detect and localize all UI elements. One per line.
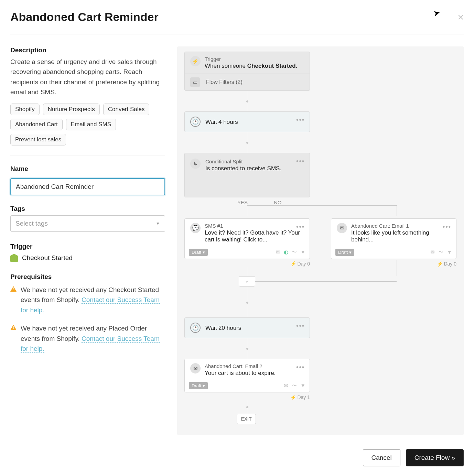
tag-pill: Nurture Prospects	[43, 104, 100, 115]
shopify-icon	[10, 254, 18, 262]
tag-pill: Shopify	[10, 104, 40, 115]
prerequisite-item: We have not yet received any Checkout St…	[10, 285, 165, 315]
modal-header: Abandoned Cart Reminder ×	[10, 7, 464, 34]
wait-node[interactable]: 🕑 Wait 4 hours •••	[184, 111, 310, 132]
more-icon[interactable]: •••	[296, 158, 305, 165]
no-label: NO	[274, 199, 282, 205]
merge-node[interactable]: ⤶	[239, 276, 255, 286]
tags-placeholder: Select tags	[15, 220, 48, 227]
prerequisite-item: We have not yet received any Placed Orde…	[10, 323, 165, 354]
wait-text: Wait 20 hours	[205, 325, 241, 332]
envelope-icon: ✉	[337, 223, 347, 233]
analytics-icon: 〜	[292, 382, 297, 389]
day-label: Day 0	[444, 261, 456, 267]
bolt-icon: ⚡	[190, 56, 201, 66]
day-label: Day 1	[297, 394, 310, 400]
filter-icon: ▭	[190, 77, 200, 87]
clock-icon: 🕑	[190, 117, 201, 127]
sms-node[interactable]: 💬 SMS #1 Love it? Need it? Gotta have it…	[184, 218, 310, 259]
more-icon[interactable]: •••	[296, 364, 305, 371]
more-icon[interactable]: •••	[296, 323, 305, 330]
flow-filters-label: Flow Filters (2)	[206, 79, 243, 85]
yes-label: YES	[237, 199, 248, 205]
analytics-icon: 〜	[438, 249, 443, 256]
envelope-icon: ✉	[430, 249, 435, 256]
tag-pill: Abandoned Cart	[10, 119, 63, 130]
tags-select[interactable]: Select tags ▼	[10, 215, 165, 232]
wait-node[interactable]: 🕑 Wait 20 hours •••	[184, 317, 310, 338]
email-text: Your cart is about to expire.	[205, 370, 304, 377]
split-icon: ↳	[190, 159, 201, 169]
status-badge[interactable]: Draft ▾	[189, 249, 208, 256]
trigger-event: Checkout Started	[247, 63, 296, 69]
funnel-icon: ▼	[300, 249, 305, 256]
create-flow-button[interactable]: Create Flow »	[406, 449, 464, 466]
more-icon[interactable]: •••	[296, 224, 305, 231]
funnel-icon: ▼	[447, 249, 452, 256]
trigger-value: Checkout Started	[22, 254, 73, 262]
section-divider	[10, 155, 165, 155]
tags-heading: Tags	[10, 205, 165, 213]
more-icon[interactable]: •••	[443, 224, 451, 231]
trigger-prefix: When someone	[205, 63, 247, 69]
envelope-icon: ✉	[190, 363, 201, 374]
chevron-down-icon: ▼	[156, 221, 160, 226]
prerequisites-heading: Prerequisites	[10, 273, 165, 281]
funnel-icon: ▼	[300, 382, 305, 389]
sms-label: SMS #1	[205, 223, 304, 229]
split-text: Is consented to receive SMS.	[205, 165, 281, 172]
flow-canvas: ⚡ Trigger When someone Checkout Started.…	[177, 46, 464, 435]
trigger-row: Checkout Started	[10, 254, 165, 262]
tags-row: Shopify Nurture Prospects Convert Sales …	[10, 104, 165, 145]
left-panel: Description Create a sense of urgency an…	[10, 46, 165, 435]
clock-icon: 🕑	[190, 323, 201, 333]
name-heading: Name	[10, 165, 165, 173]
day-label: Day 0	[297, 261, 310, 267]
status-badge[interactable]: Draft ▾	[189, 382, 208, 389]
wait-text: Wait 4 hours	[205, 119, 238, 126]
email-label: Abandoned Cart: Email 2	[205, 363, 304, 369]
envelope-icon: ✉	[276, 249, 280, 256]
chat-icon: 💬	[190, 223, 201, 233]
trigger-label: Trigger	[205, 56, 297, 62]
cancel-button[interactable]: Cancel	[363, 449, 400, 466]
modal-title: Abandoned Cart Reminder	[10, 10, 159, 24]
analytics-icon: 〜	[292, 249, 297, 256]
exit-node: EXIT	[237, 414, 256, 424]
tag-pill: Email and SMS	[66, 119, 116, 130]
conditional-split-node[interactable]: ↳ Conditional Split Is consented to rece…	[184, 153, 310, 197]
sms-text: Love it? Need it? Gotta have it? Your ca…	[205, 229, 304, 243]
status-badge[interactable]: Draft ▾	[335, 249, 354, 256]
description-text: Create a sense of urgency and drive sale…	[10, 57, 165, 97]
tag-pill: Convert Sales	[103, 104, 150, 115]
trigger-heading: Trigger	[10, 243, 165, 250]
email-text: It looks like you left something behind.…	[351, 229, 451, 243]
envelope-icon: ✉	[284, 382, 288, 389]
tag-pill: Prevent lost sales	[10, 134, 66, 145]
split-label: Conditional Split	[205, 159, 281, 164]
email-node[interactable]: ✉ Abandoned Cart: Email 1 It looks like …	[331, 218, 456, 259]
description-heading: Description	[10, 46, 165, 54]
warning-icon	[10, 286, 17, 292]
warning-icon	[10, 325, 17, 330]
more-icon[interactable]: •••	[296, 117, 305, 124]
trigger-node[interactable]: ⚡ Trigger When someone Checkout Started.…	[184, 52, 310, 91]
modal-footer: Cancel Create Flow »	[363, 449, 464, 466]
close-icon[interactable]: ×	[457, 11, 464, 23]
moon-icon: ◐	[284, 249, 288, 256]
email-node[interactable]: ✉ Abandoned Cart: Email 2 Your cart is a…	[184, 359, 310, 392]
email-label: Abandoned Cart: Email 1	[351, 223, 451, 229]
flow-name-input[interactable]	[10, 178, 165, 195]
header-divider	[10, 34, 464, 34]
